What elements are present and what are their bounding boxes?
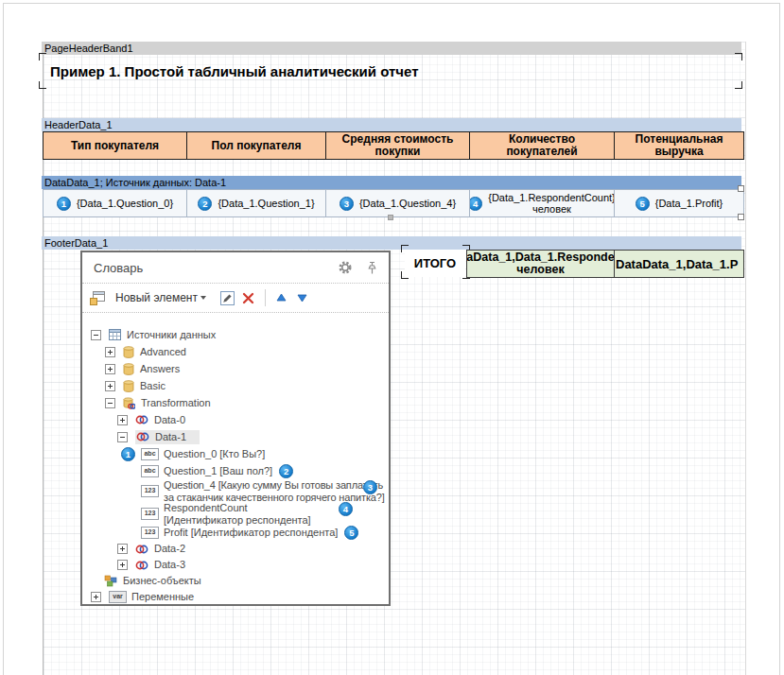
- pin-icon[interactable]: [367, 261, 377, 275]
- tree-item-advanced[interactable]: Advanced: [88, 343, 385, 360]
- number-icon: 123: [141, 508, 159, 520]
- delete-button[interactable]: [238, 287, 259, 308]
- footer-sum-profit-cell[interactable]: DataData_1,Data_1.P: [614, 250, 744, 278]
- footer-expression: DataData_1,Data_1.P: [616, 258, 738, 270]
- edit-button[interactable]: [218, 287, 238, 308]
- database-icon: [123, 346, 134, 358]
- tree-item-question-0[interactable]: 1 abc Question_0 [Кто Вы?]: [88, 445, 385, 462]
- band-header-data-bar[interactable]: HeaderData_1: [42, 118, 741, 131]
- database-icon: [123, 363, 134, 375]
- tree-item-label: Источники данных: [127, 329, 216, 341]
- data-source-icon: [136, 431, 149, 442]
- tree-item-data-sources[interactable]: Источники данных: [88, 326, 385, 343]
- variables-icon: var: [109, 591, 127, 603]
- tree-item-label: Basic: [140, 380, 166, 392]
- data-cell-question1[interactable]: 2 {Data_1.Question_1}: [187, 189, 326, 217]
- footer-sum-respondent-cell[interactable]: aData_1,Data_1.Responde человек: [466, 250, 615, 278]
- footer-expression-unit: человек: [516, 264, 564, 276]
- header-cell-avg-purchase[interactable]: Средняя стоимость покупки: [326, 131, 470, 160]
- tree-item-data-2[interactable]: Data-2: [88, 541, 385, 557]
- field-badge-1: 1: [121, 447, 135, 461]
- header-cell-potential-revenue[interactable]: Потенциальная выручка: [615, 131, 744, 160]
- tree-item-question-1[interactable]: abc Question_1 [Ваш пол?] 2: [88, 462, 385, 479]
- expand-icon[interactable]: [117, 415, 128, 425]
- data-source-icon: [135, 560, 148, 571]
- tree-item-data-0[interactable]: Data-0: [88, 411, 385, 428]
- tree-item-variables[interactable]: var Переменные: [88, 589, 385, 605]
- expand-icon[interactable]: [105, 381, 115, 391]
- dictionary-panel-header[interactable]: Словарь: [82, 252, 389, 283]
- footer-total-label-cell[interactable]: ИТОГО: [405, 250, 465, 277]
- expand-icon[interactable]: [105, 364, 115, 374]
- field-badge-5: 5: [344, 526, 358, 540]
- collapse-icon[interactable]: [105, 398, 115, 408]
- new-element-button[interactable]: Новый элемент: [115, 291, 198, 304]
- move-down-button[interactable]: [292, 287, 313, 308]
- header-cell-buyer-count[interactable]: Количество покупателей: [470, 131, 615, 160]
- tree-item-label: Transformation: [141, 397, 211, 409]
- toolbar-separator: [265, 289, 266, 306]
- header-cell-buyer-type[interactable]: Тип покупателя: [43, 131, 187, 160]
- field-badge-2: 2: [279, 464, 293, 478]
- selected-row-highlight: Data-1: [135, 430, 200, 444]
- data-sources-icon: [109, 329, 121, 340]
- gear-icon[interactable]: [338, 260, 353, 275]
- data-cell-expression: {Data_1.RespondentCount} человек: [488, 192, 615, 215]
- tree-item-transformation[interactable]: Transformation: [88, 394, 385, 411]
- band-page-header-bar[interactable]: PageHeaderBand1: [42, 42, 741, 55]
- tree-item-answers[interactable]: Answers: [88, 360, 385, 377]
- dictionary-toolbar: Новый элемент: [82, 283, 389, 313]
- header-cell-buyer-gender[interactable]: Пол покупателя: [187, 131, 326, 160]
- resize-handle[interactable]: [738, 185, 744, 192]
- data-cell-expression: {Data_1.Question_4}: [359, 198, 456, 209]
- chevron-down-icon[interactable]: [200, 296, 206, 300]
- data-cell-profit[interactable]: 5 {Data_1.Profit}: [615, 189, 744, 217]
- expand-icon[interactable]: [91, 592, 101, 602]
- collapse-icon[interactable]: [91, 330, 101, 340]
- expression-unit: человек: [532, 203, 571, 215]
- report-title-textbox[interactable]: Пример 1. Простой табличный аналитически…: [44, 56, 740, 86]
- tree-item-label: Data-2: [154, 543, 185, 555]
- expression-line: {Data_1.RespondentCount}: [488, 192, 615, 203]
- tree-item-label: Profit [Идентификатор респондента]: [164, 527, 338, 539]
- expand-icon[interactable]: [105, 347, 115, 357]
- field-badge-1: 1: [57, 197, 71, 211]
- business-objects-icon: [104, 575, 117, 587]
- field-badge-4: 4: [470, 197, 482, 211]
- tree-item-label: Data-3: [154, 559, 185, 571]
- tree-item-profit[interactable]: 123 Profit [Идентификатор респондента] 5: [88, 525, 385, 541]
- tree-item-data-1[interactable]: Data-1: [88, 428, 385, 445]
- tree-item-label: Question_1 [Ваш пол?]: [164, 465, 272, 477]
- abc-icon: abc: [141, 448, 159, 460]
- tree-item-label: Question_4 [Какую сумму Вы готовы заплат…: [164, 479, 385, 504]
- band-footer-bar[interactable]: FooterData_1: [42, 236, 741, 250]
- tree-item-respondent-count[interactable]: 123 RespondentCount [Идентификатор респо…: [88, 502, 385, 525]
- data-cell-question0[interactable]: 1 {Data_1.Question_0}: [43, 189, 187, 217]
- table-data-row: 1 {Data_1.Question_0} 2 {Data_1.Question…: [43, 189, 744, 217]
- tree-item-question-4[interactable]: 123 Question_4 [Какую сумму Вы готовы за…: [88, 479, 385, 502]
- data-cell-question4[interactable]: 3 {Data_1.Question_4}: [326, 189, 470, 217]
- field-badge-3: 3: [340, 197, 354, 211]
- tree-item-business-objects[interactable]: Бизнес-объекты: [88, 573, 385, 589]
- tree-item-basic[interactable]: Basic: [88, 377, 385, 394]
- data-source-icon: [135, 414, 148, 425]
- data-cell-respondent-count[interactable]: 4 {Data_1.RespondentCount} человек: [470, 189, 615, 217]
- database-transform-icon: [123, 397, 135, 409]
- database-icon: [123, 380, 134, 392]
- collapse-icon[interactable]: [117, 432, 128, 442]
- field-badge-2: 2: [198, 197, 212, 211]
- expand-icon[interactable]: [117, 544, 128, 554]
- new-element-icon: [90, 291, 105, 305]
- expand-icon[interactable]: [117, 560, 128, 570]
- number-icon: 123: [141, 527, 159, 539]
- tree-item-label: Data-0: [154, 414, 185, 426]
- resize-handle[interactable]: [388, 215, 393, 220]
- tree-item-data-3[interactable]: Data-3: [88, 557, 385, 573]
- resize-handle[interactable]: [738, 214, 744, 220]
- field-badge-5: 5: [636, 197, 650, 211]
- data-cell-expression: {Data_1.Question_1}: [218, 198, 314, 209]
- band-data-bar[interactable]: DataData_1; Источник данных: Data-1: [42, 176, 741, 189]
- dictionary-tree: Источники данных Advanced Answers: [82, 313, 389, 605]
- move-up-button[interactable]: [271, 287, 292, 308]
- report-designer-page: PageHeaderBand1 Пример 1. Простой таблич…: [0, 0, 784, 675]
